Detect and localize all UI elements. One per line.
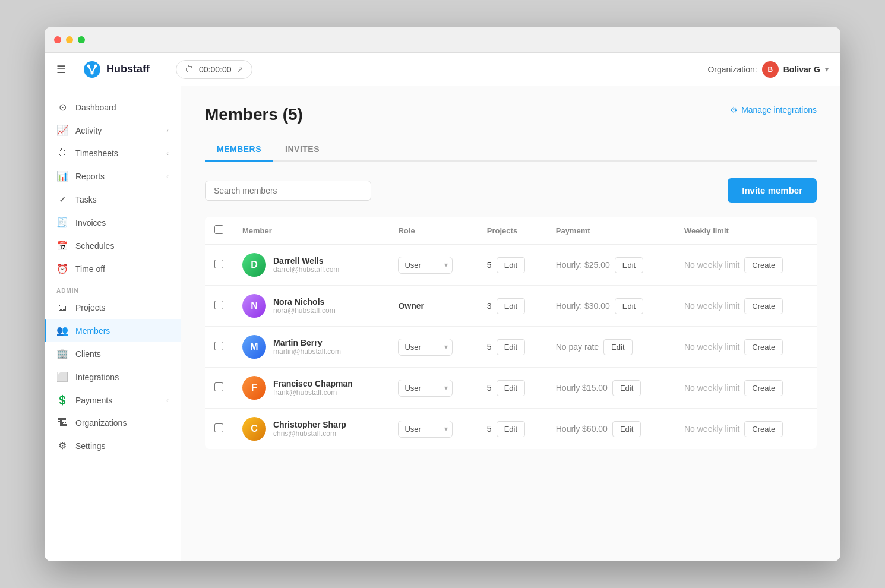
projects-edit-button[interactable]: Edit — [497, 421, 525, 437]
integrations-manage-icon: ⚙ — [730, 105, 738, 115]
table-toolbar: Invite member — [205, 178, 817, 203]
payment-edit-button[interactable]: Edit — [615, 257, 643, 273]
row-checkbox-2[interactable] — [214, 301, 223, 309]
weekly-limit-cell: No weekly limit Create — [684, 380, 807, 396]
expand-icon: ↗ — [236, 65, 244, 74]
logo-text: Hubstaff — [106, 63, 150, 75]
sidebar-item-schedules[interactable]: 📅 Schedules — [45, 234, 181, 257]
member-name: Darrell Wells — [273, 256, 339, 265]
integrations-icon: ⬜ — [56, 371, 68, 382]
project-count: 5 — [487, 424, 492, 434]
sidebar-label-organizations: Organizations — [75, 418, 127, 428]
role-wrapper[interactable]: User Owner Manager — [398, 421, 453, 438]
sidebar-label-timeoff: Time off — [75, 264, 105, 274]
role-select-3[interactable]: User Owner Manager — [398, 339, 453, 356]
avatar: N — [242, 294, 266, 318]
minimize-button[interactable] — [66, 36, 73, 43]
manage-integrations-link[interactable]: ⚙ Manage integrations — [730, 105, 817, 115]
close-button[interactable] — [54, 36, 61, 43]
sidebar-item-clients[interactable]: 🏢 Clients — [45, 342, 181, 365]
member-email: frank@hubstaff.com — [273, 388, 353, 397]
org-name: Bolivar G — [783, 65, 820, 74]
projects-edit-button[interactable]: Edit — [497, 339, 525, 355]
row-checkbox-1[interactable] — [214, 260, 223, 268]
members-icon: 👥 — [56, 325, 68, 336]
member-email: darrel@hubstaff.com — [273, 265, 339, 274]
payment-edit-button[interactable]: Edit — [612, 380, 641, 396]
sidebar-item-invoices[interactable]: 🧾 Invoices — [45, 211, 181, 234]
role-wrapper[interactable]: User Owner Manager — [398, 257, 453, 274]
sidebar-item-projects[interactable]: 🗂 Projects — [45, 296, 181, 319]
member-name: Martin Berry — [273, 338, 341, 347]
select-all-checkbox[interactable] — [214, 225, 223, 234]
activity-chevron-icon: ‹ — [166, 127, 169, 134]
tabs: MEMBERS INVITES — [205, 138, 817, 162]
sidebar-item-integrations[interactable]: ⬜ Integrations — [45, 365, 181, 388]
header-role: Role — [388, 217, 477, 245]
weekly-limit-value: No weekly limit — [684, 424, 739, 434]
row-checkbox-4[interactable] — [214, 382, 223, 391]
sidebar-item-dashboard[interactable]: ⊙ Dashboard — [45, 96, 181, 119]
projects-cell: 5 Edit — [487, 421, 537, 437]
table-row: M Martin Berry martin@hubstaff.com User … — [205, 327, 817, 368]
weekly-limit-create-button[interactable]: Create — [744, 257, 783, 273]
sidebar-item-reports[interactable]: 📊 Reports ‹ — [45, 165, 181, 188]
sidebar-item-tasks[interactable]: ✓ Tasks — [45, 188, 181, 211]
svg-point-0 — [84, 61, 100, 78]
sidebar-label-timesheets: Timesheets — [75, 148, 118, 158]
member-cell: M Martin Berry martin@hubstaff.com — [242, 335, 379, 359]
logo-icon — [83, 60, 102, 79]
member-cell: F Francisco Chapman frank@hubstaff.com — [242, 376, 379, 400]
sidebar-label-dashboard: Dashboard — [75, 103, 116, 112]
weekly-limit-create-button[interactable]: Create — [744, 339, 783, 355]
role-select-1[interactable]: User Owner Manager — [398, 257, 453, 274]
payment-value: Hourly $60.00 — [556, 424, 608, 434]
projects-edit-button[interactable]: Edit — [497, 298, 525, 314]
weekly-limit-value: No weekly limit — [684, 342, 739, 352]
header-member: Member — [233, 217, 388, 245]
org-chevron-icon[interactable]: ▾ — [825, 65, 829, 74]
payment-edit-button[interactable]: Edit — [615, 298, 643, 314]
search-input[interactable] — [205, 181, 371, 201]
sidebar-label-activity: Activity — [75, 126, 102, 135]
tab-invites[interactable]: INVITES — [273, 138, 331, 162]
table-header-row: Member Role Projects Paymemt Weekly limi… — [205, 217, 817, 245]
invite-member-button[interactable]: Invite member — [728, 178, 817, 203]
sidebar-item-members[interactable]: 👥 Members — [45, 319, 181, 342]
role-wrapper[interactable]: User Owner Manager — [398, 339, 453, 356]
sidebar-label-projects: Projects — [75, 303, 106, 312]
sidebar-item-timeoff[interactable]: ⏰ Time off — [45, 257, 181, 280]
payment-edit-button[interactable]: Edit — [603, 339, 632, 355]
sidebar-label-clients: Clients — [75, 349, 101, 359]
timer-button[interactable]: ⏱ 00:00:00 ↗ — [176, 60, 252, 79]
projects-edit-button[interactable]: Edit — [497, 257, 525, 273]
projects-edit-button[interactable]: Edit — [497, 380, 525, 396]
timesheets-chevron-icon: ‹ — [166, 150, 169, 157]
sidebar-item-payments[interactable]: 💲 Payments ‹ — [45, 388, 181, 412]
weekly-limit-create-button[interactable]: Create — [744, 421, 783, 437]
role-select-4[interactable]: User Owner Manager — [398, 380, 453, 397]
projects-cell: 3 Edit — [487, 298, 537, 314]
row-checkbox-3[interactable] — [214, 342, 223, 350]
sidebar-item-activity[interactable]: 📈 Activity ‹ — [45, 119, 181, 142]
tab-members[interactable]: MEMBERS — [205, 138, 273, 162]
app-body: ⊙ Dashboard 📈 Activity ‹ ⏱ Timesheets ‹ … — [45, 86, 840, 561]
maximize-button[interactable] — [78, 36, 85, 43]
member-email: chris@hubstaff.com — [273, 429, 346, 438]
sidebar-label-schedules: Schedules — [75, 241, 114, 251]
weekly-limit-create-button[interactable]: Create — [744, 380, 783, 396]
header-payment: Paymemt — [546, 217, 675, 245]
projects-icon: 🗂 — [56, 302, 68, 313]
sidebar-item-organizations[interactable]: 🏗 Organizations — [45, 412, 181, 434]
page-title: Members (5) — [205, 105, 303, 124]
projects-cell: 5 Edit — [487, 257, 537, 273]
sidebar-item-settings[interactable]: ⚙ Settings — [45, 434, 181, 457]
hamburger-menu[interactable]: ☰ — [56, 63, 66, 76]
payment-edit-button[interactable]: Edit — [612, 421, 641, 437]
row-checkbox-5[interactable] — [214, 423, 223, 432]
sidebar-item-timesheets[interactable]: ⏱ Timesheets ‹ — [45, 142, 181, 165]
sidebar-label-invoices: Invoices — [75, 218, 106, 227]
role-select-5[interactable]: User Owner Manager — [398, 421, 453, 438]
role-wrapper[interactable]: User Owner Manager — [398, 380, 453, 397]
weekly-limit-create-button[interactable]: Create — [744, 298, 783, 314]
